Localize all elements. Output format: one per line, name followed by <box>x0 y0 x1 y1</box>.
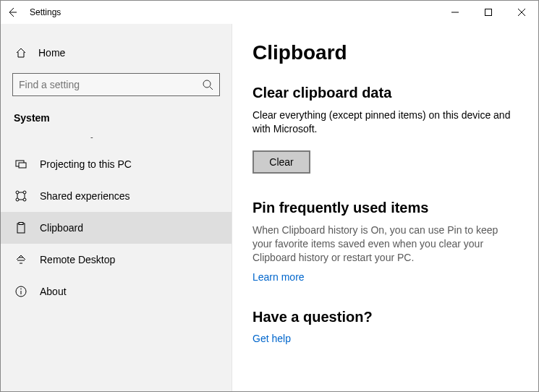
learn-more-link[interactable]: Learn more <box>252 271 518 283</box>
svg-point-5 <box>203 80 211 88</box>
section-question: Have a question? Get help <box>252 309 518 344</box>
section-clear: Clear clipboard data Clear everything (e… <box>252 85 518 174</box>
page-title: Clipboard <box>252 41 518 64</box>
projecting-icon <box>15 158 27 170</box>
svg-point-12 <box>23 198 26 201</box>
nav-item-remote[interactable]: Remote Desktop <box>12 244 220 276</box>
svg-rect-2 <box>485 9 492 16</box>
search-input[interactable] <box>12 73 220 96</box>
nav-item-about[interactable]: About <box>12 276 220 307</box>
nav-label: Projecting to this PC <box>40 158 132 170</box>
nav-list: Projecting to this PC Shared experiences… <box>12 148 220 307</box>
get-help-link[interactable]: Get help <box>252 333 518 344</box>
window-title: Settings <box>30 7 61 17</box>
about-icon <box>15 286 27 297</box>
nav-item-clipboard[interactable]: Clipboard <box>1 212 232 244</box>
nav-label: About <box>40 286 67 297</box>
divider-mark: - <box>12 132 220 141</box>
svg-point-11 <box>16 198 19 201</box>
nav-label: Shared experiences <box>40 190 130 202</box>
clipboard-icon <box>15 222 27 234</box>
home-label: Home <box>38 47 65 59</box>
content-pane: Clipboard Clear clipboard data Clear eve… <box>232 24 538 391</box>
nav-item-shared[interactable]: Shared experiences <box>12 180 220 212</box>
category-label: System <box>12 112 220 124</box>
home-icon <box>15 47 27 59</box>
search-field[interactable] <box>19 79 202 90</box>
svg-line-6 <box>210 87 213 90</box>
back-icon[interactable] <box>7 7 18 18</box>
svg-point-10 <box>23 191 26 194</box>
svg-point-21 <box>20 289 22 290</box>
section-pin: Pin frequently used items When Clipboard… <box>252 200 518 284</box>
search-icon <box>202 79 213 90</box>
remote-icon <box>15 254 27 265</box>
close-button[interactable] <box>505 1 538 24</box>
home-link[interactable]: Home <box>12 41 220 64</box>
titlebar: Settings <box>1 1 538 24</box>
nav-item-projecting[interactable]: Projecting to this PC <box>12 148 220 180</box>
nav-label: Clipboard <box>40 222 83 234</box>
sidebar: Home System - Projecting to this PC <box>1 24 232 391</box>
svg-point-9 <box>16 191 19 194</box>
pin-heading: Pin frequently used items <box>252 200 518 216</box>
clear-text: Clear everything (except pinned items) o… <box>252 108 518 136</box>
svg-rect-8 <box>19 163 26 168</box>
maximize-button[interactable] <box>472 1 505 24</box>
question-heading: Have a question? <box>252 309 518 325</box>
nav-label: Remote Desktop <box>40 254 115 265</box>
shared-icon <box>15 190 27 202</box>
clear-button[interactable]: Clear <box>252 150 310 174</box>
clear-heading: Clear clipboard data <box>252 85 518 101</box>
svg-rect-18 <box>19 223 23 225</box>
pin-text: When Clipboard history is On, you can us… <box>252 223 518 265</box>
minimize-button[interactable] <box>438 1 472 24</box>
